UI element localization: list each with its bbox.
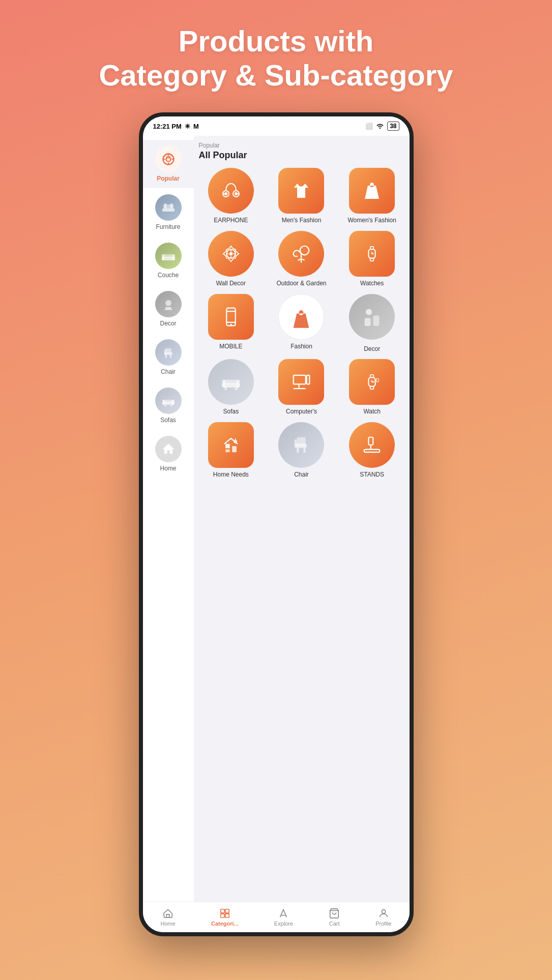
cat-item-fashion[interactable]: Fashion xyxy=(269,294,334,353)
svg-rect-79 xyxy=(364,449,380,452)
cat-item-sofas-main[interactable]: Sofas xyxy=(199,359,264,416)
bottom-nav: Home Categori... Explore C xyxy=(143,902,410,932)
svg-rect-68 xyxy=(232,446,237,452)
nav-categories-label: Categori... xyxy=(211,920,239,927)
sidebar-item-sofas[interactable]: Sofas xyxy=(143,381,194,430)
svg-rect-43 xyxy=(226,308,235,325)
svg-rect-67 xyxy=(225,449,230,452)
svg-rect-71 xyxy=(297,437,306,444)
cat-item-home-needs[interactable]: Home Needs xyxy=(199,422,264,479)
cat-item-watch-main[interactable]: Watch xyxy=(340,359,404,416)
svg-rect-73 xyxy=(297,448,299,453)
cat-label-chair-main: Chair xyxy=(294,471,309,479)
sidebar-item-popular[interactable]: Popular xyxy=(143,140,194,188)
svg-rect-74 xyxy=(304,448,306,453)
svg-rect-65 xyxy=(376,379,379,382)
cat-item-chair-main[interactable]: Chair xyxy=(269,422,334,479)
section-title: All Popular xyxy=(199,150,404,161)
svg-rect-72 xyxy=(296,444,307,448)
svg-rect-26 xyxy=(164,405,166,407)
sidebar-item-decor[interactable]: Decor xyxy=(143,285,194,333)
nav-cart-label: Cart xyxy=(329,920,340,927)
status-bar: 12:21 PM ✳ M ⬜ 38 xyxy=(143,116,410,136)
cat-label-wall-decor: Wall Decor xyxy=(216,280,246,288)
category-grid: EARPHONE Men's Fashion xyxy=(199,168,404,479)
svg-rect-82 xyxy=(225,909,229,913)
svg-point-35 xyxy=(229,252,233,256)
svg-rect-52 xyxy=(222,380,225,388)
svg-point-47 xyxy=(366,309,372,315)
cat-label-earphone: EARPHONE xyxy=(214,217,248,225)
cat-label-watches: Watches xyxy=(360,280,384,288)
sidebar-sofas-label: Sofas xyxy=(160,417,176,424)
cat-item-earphone[interactable]: EARPHONE xyxy=(199,168,264,225)
svg-rect-49 xyxy=(373,315,380,325)
svg-rect-51 xyxy=(223,380,239,384)
nav-explore-label: Explore xyxy=(274,920,293,927)
svg-rect-53 xyxy=(237,380,240,388)
sidebar-item-furniture[interactable]: Furniture xyxy=(143,188,194,236)
svg-rect-42 xyxy=(370,258,374,261)
svg-rect-11 xyxy=(163,254,174,258)
cat-item-mobile[interactable]: MOBILE xyxy=(199,294,264,353)
cat-label-home-needs: Home Needs xyxy=(213,471,249,479)
svg-rect-56 xyxy=(294,375,306,384)
sidebar-item-chair[interactable]: Chair xyxy=(143,333,194,381)
svg-point-87 xyxy=(382,910,385,913)
svg-rect-20 xyxy=(170,355,171,358)
slack-icon: ✳ xyxy=(185,123,190,130)
svg-rect-13 xyxy=(172,254,175,260)
battery-display: 38 xyxy=(387,122,399,131)
nav-item-categories[interactable]: Categori... xyxy=(211,908,239,927)
cat-label-outdoor-garden: Outdoor & Garden xyxy=(276,280,326,288)
page-title: Products with Category & Sub-category xyxy=(78,24,473,92)
cat-label-sofas-main: Sofas xyxy=(223,408,239,416)
nav-home-label: Home xyxy=(161,920,176,927)
svg-rect-75 xyxy=(295,439,297,448)
cat-item-mens-fashion[interactable]: Men's Fashion xyxy=(269,168,334,225)
main-content: Popular All Popular xyxy=(194,136,410,902)
mail-icon: M xyxy=(193,123,199,130)
svg-rect-8 xyxy=(164,203,166,209)
section-label: Popular xyxy=(199,142,404,149)
nav-item-cart[interactable]: Cart xyxy=(329,908,340,927)
wifi-icon xyxy=(376,123,384,130)
svg-rect-84 xyxy=(225,914,229,917)
svg-rect-12 xyxy=(162,254,164,260)
svg-rect-57 xyxy=(307,375,309,384)
time-display: 12:21 PM xyxy=(153,123,182,130)
cat-item-outdoor-garden[interactable]: Outdoor & Garden xyxy=(269,231,334,288)
cat-item-wall-decor[interactable]: Wall Decor xyxy=(199,231,264,288)
sidebar-item-home[interactable]: Home xyxy=(143,430,194,478)
cat-label-mens-fashion: Men's Fashion xyxy=(282,217,322,225)
sidebar-item-couche[interactable]: Couche xyxy=(143,236,194,285)
cat-item-womens-fashion[interactable]: Women's Fashion xyxy=(340,168,404,225)
nav-item-explore[interactable]: Explore xyxy=(274,908,293,927)
cat-label-mobile: MOBILE xyxy=(219,343,242,351)
phone-frame: 12:21 PM ✳ M ⬜ 38 xyxy=(139,112,414,936)
cat-item-stands[interactable]: STANDS xyxy=(340,422,404,479)
svg-rect-25 xyxy=(172,400,175,405)
cat-label-computers: Computer's xyxy=(286,408,317,416)
cat-item-computers[interactable]: Computer's xyxy=(269,359,334,416)
svg-rect-24 xyxy=(162,400,165,405)
svg-rect-19 xyxy=(165,355,167,358)
nav-item-home[interactable]: Home xyxy=(161,908,176,927)
svg-rect-6 xyxy=(162,209,175,212)
svg-rect-17 xyxy=(165,348,171,353)
svg-rect-55 xyxy=(235,388,237,390)
svg-rect-54 xyxy=(224,388,227,390)
svg-rect-76 xyxy=(369,437,373,444)
sidebar-furniture-label: Furniture xyxy=(156,223,180,230)
sidebar-decor-label: Decor xyxy=(160,320,176,327)
svg-rect-80 xyxy=(166,914,169,917)
cat-item-decor-main[interactable]: Decor xyxy=(340,294,404,353)
nav-item-profile[interactable]: Profile xyxy=(375,908,391,927)
sidebar-couche-label: Couche xyxy=(158,272,179,279)
cat-item-watches[interactable]: Watches xyxy=(340,231,404,288)
svg-point-33 xyxy=(235,192,238,195)
cat-label-fashion: Fashion xyxy=(290,343,312,351)
svg-point-46 xyxy=(230,323,231,325)
svg-rect-21 xyxy=(164,349,166,355)
svg-rect-41 xyxy=(370,247,374,249)
